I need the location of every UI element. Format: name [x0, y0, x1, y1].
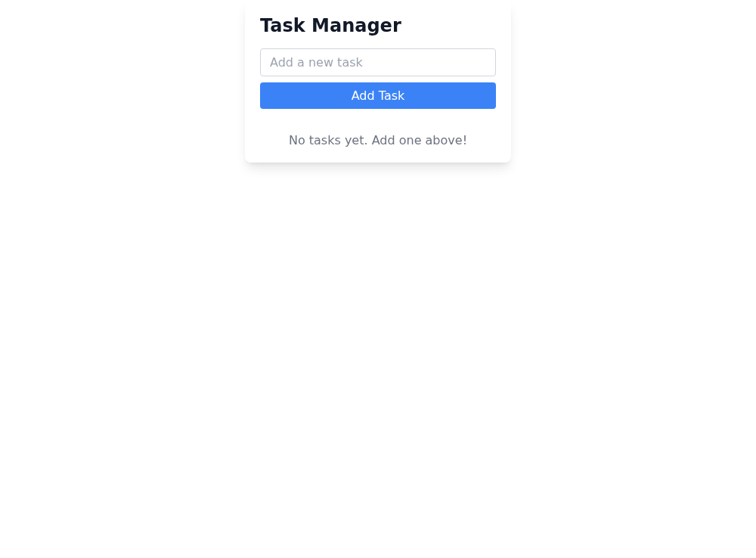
add-task-button[interactable]: Add Task: [260, 82, 496, 109]
task-manager-card: Task Manager Add Task No tasks yet. Add …: [245, 0, 511, 163]
empty-state-message: No tasks yet. Add one above!: [260, 133, 496, 147]
page-title: Task Manager: [260, 15, 496, 36]
new-task-input[interactable]: [260, 48, 496, 76]
